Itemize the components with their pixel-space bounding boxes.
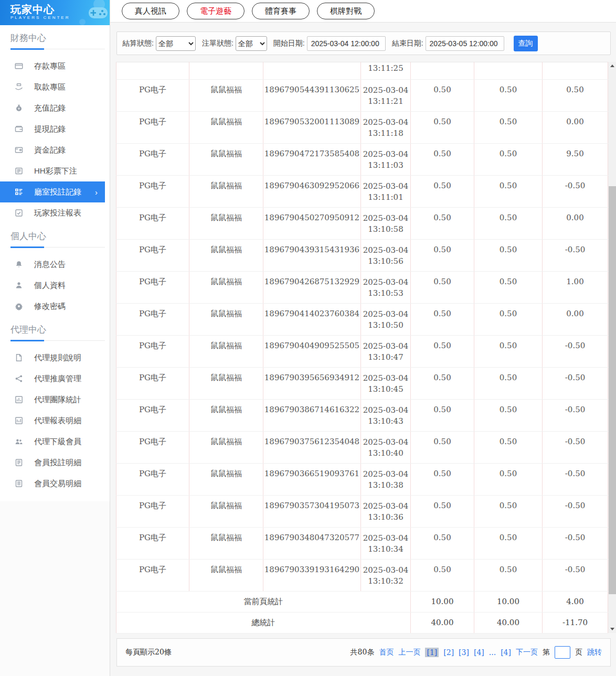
cell-provider: PG电子 <box>116 496 189 528</box>
cell-game: 鼠鼠福福 <box>189 432 263 464</box>
cell-time: 2025-03-0413:10:50 <box>361 304 411 336</box>
sidebar-item-label: 會員投註明細 <box>34 458 81 468</box>
jump-page-input[interactable] <box>555 646 570 659</box>
end-date-input[interactable] <box>426 36 504 51</box>
scroll-up-arrow[interactable] <box>608 62 616 70</box>
cell-win-loss: -0.50 <box>543 336 608 368</box>
cell-game: 鼠鼠福福 <box>189 400 263 432</box>
sidebar-item-profile[interactable]: 個人資料 <box>0 275 110 296</box>
table-row: PG电子 鼠鼠福福 1896790472173585408 2025-03-04… <box>116 144 608 176</box>
table-row: PG电子 鼠鼠福福 1896790357304195073 2025-03-04… <box>116 496 608 528</box>
scroll-down-arrow[interactable] <box>608 625 616 633</box>
money-bag-icon <box>15 104 23 112</box>
cell-game: 鼠鼠福福 <box>189 208 263 240</box>
cell-time: 2025-03-0413:10:38 <box>361 464 411 496</box>
cell-game: 鼠鼠福福 <box>189 336 263 368</box>
table-row: PG电子 鼠鼠福福 1896790386714616322 2025-03-04… <box>116 400 608 432</box>
gear-icon <box>15 302 23 310</box>
cell-win-loss: -0.50 <box>543 496 608 528</box>
bar-chart-icon <box>15 395 23 404</box>
cell-valid-bet: 0.50 <box>474 464 543 496</box>
cell-win-loss: -0.50 <box>543 400 608 432</box>
cell-valid-bet: 0.50 <box>474 496 543 528</box>
report-check-icon <box>15 209 23 217</box>
start-date-input[interactable] <box>307 36 386 51</box>
jump-go-link[interactable]: 跳转 <box>587 648 602 657</box>
cell-provider: PG电子 <box>116 240 189 272</box>
sidebar-item-recharge-record[interactable]: 充值記錄 <box>0 98 110 119</box>
table-row: PG电子 鼠鼠福福 1896790395656934912 2025-03-04… <box>116 368 608 400</box>
page-link-1-current[interactable]: [1] <box>425 648 439 657</box>
cell-order-id: 1896790544391130625 <box>263 80 361 112</box>
sidebar-item-hh-lottery[interactable]: HH彩票下注 <box>0 160 110 181</box>
sidebar-item-withdraw-record[interactable]: 提現記錄 <box>0 119 110 140</box>
page-link-3[interactable]: [3] <box>459 648 469 657</box>
cell-order-id: 1896790463092952066 <box>263 176 361 208</box>
table-row-partial: 13:11:25 <box>116 62 608 80</box>
cell-order-id: 1896790386714616322 <box>263 400 361 432</box>
tab-sports-events[interactable]: 體育賽事 <box>252 3 310 19</box>
table-row: PG电子 鼠鼠福福 1896790366519093761 2025-03-04… <box>116 464 608 496</box>
tab-live-video[interactable]: 真人視訊 <box>122 3 179 19</box>
table-row: PG电子 鼠鼠福福 1896790463092952066 2025-03-04… <box>116 176 608 208</box>
next-page-link[interactable]: 下一页 <box>516 648 538 657</box>
tab-board-games[interactable]: 棋牌對戰 <box>317 3 375 19</box>
sidebar-item-hall-bet-record[interactable]: 廳室投註記錄 › <box>0 181 105 202</box>
cell-game: 鼠鼠福福 <box>189 496 263 528</box>
ticket-list-icon <box>15 167 23 175</box>
clipboard-icon <box>15 479 23 488</box>
table-row: PG电子 鼠鼠福福 1896790339193164290 2025-03-04… <box>116 560 608 592</box>
prev-page-link[interactable]: 上一页 <box>398 648 420 657</box>
pagination-controls: 共80条 首页 上一页 [1] [2] [3] [4] ... [4] 下一页 … <box>351 646 602 659</box>
sidebar-item-agent-sub-members[interactable]: 代理下級會員 <box>0 431 110 452</box>
page-link-2[interactable]: [2] <box>443 648 454 657</box>
cell-bet: 0.50 <box>411 336 474 368</box>
sidebar-item-agent-team-stats[interactable]: 代理團隊統計 <box>0 389 110 410</box>
cell-win-loss: -0.50 <box>543 368 608 400</box>
hand-money-icon <box>15 83 23 91</box>
first-page-link[interactable]: 首页 <box>379 648 394 657</box>
tab-electronic-games[interactable]: 電子遊藝 <box>187 3 245 19</box>
cell-order-id: 1896790339193164290 <box>263 560 361 592</box>
total-count: 共80条 <box>351 648 375 657</box>
cell-win-loss <box>543 62 608 80</box>
cell-bet: 0.50 <box>411 112 474 144</box>
order-status-label: 注單狀態: <box>202 39 233 48</box>
bank-card-icon <box>15 62 23 70</box>
sidebar-item-member-bet-detail[interactable]: 會員投註明細 <box>0 452 110 473</box>
cell-time: 2025-03-0413:10:36 <box>361 496 411 528</box>
settle-status-select[interactable]: 全部 <box>156 36 196 51</box>
sidebar-item-player-bet-report[interactable]: 玩家投注報表 <box>0 202 110 223</box>
cell-order-id: 1896790439315431936 <box>263 240 361 272</box>
cell-valid-bet: 0.50 <box>474 560 543 592</box>
sidebar-item-withdraw[interactable]: 取款專區 <box>0 77 110 98</box>
cell-valid-bet: 0.50 <box>474 240 543 272</box>
sidebar-item-label: 個人資料 <box>34 281 66 291</box>
clipboard-icon <box>15 458 23 467</box>
sidebar-item-funds-record[interactable]: 資金記錄 <box>0 140 110 160</box>
cell-time: 2025-03-0413:10:58 <box>361 208 411 240</box>
cell-win-loss: -0.50 <box>543 560 608 592</box>
cell-win-loss: 1.00 <box>543 272 608 304</box>
query-button[interactable]: 查詢 <box>514 36 538 51</box>
people-icon <box>15 437 23 446</box>
section-agent-title: 代理中心 <box>10 317 105 341</box>
order-status-select[interactable]: 全部 <box>236 36 267 51</box>
last-page-link[interactable]: [4] <box>501 648 511 657</box>
scrollbar-thumb[interactable] <box>609 186 616 594</box>
sidebar-item-agent-promo[interactable]: 代理推廣管理 <box>0 368 110 389</box>
cell-win-loss: 0.00 <box>543 112 608 144</box>
sidebar-item-agent-report-detail[interactable]: 代理報表明細 <box>0 410 110 431</box>
cell-order-id: 1896790532001113089 <box>263 112 361 144</box>
jump-prefix: 第 <box>543 648 550 657</box>
table-scrollbar[interactable] <box>608 62 616 633</box>
sidebar-item-agent-rules[interactable]: 代理規則說明 <box>0 347 110 368</box>
page-link-4[interactable]: [4] <box>474 648 484 657</box>
cell-order-id: 1896790414023760384 <box>263 304 361 336</box>
sidebar-item-member-trade-detail[interactable]: 會員交易明細 <box>0 473 110 494</box>
sidebar-item-deposit[interactable]: 存款專區 <box>0 56 110 77</box>
cell-bet: 0.50 <box>411 528 474 560</box>
sidebar-item-messages[interactable]: 消息公告 <box>0 254 110 275</box>
cell-time: 2025-03-0413:11:01 <box>361 176 411 208</box>
sidebar-item-change-password[interactable]: 修改密碼 <box>0 296 110 317</box>
